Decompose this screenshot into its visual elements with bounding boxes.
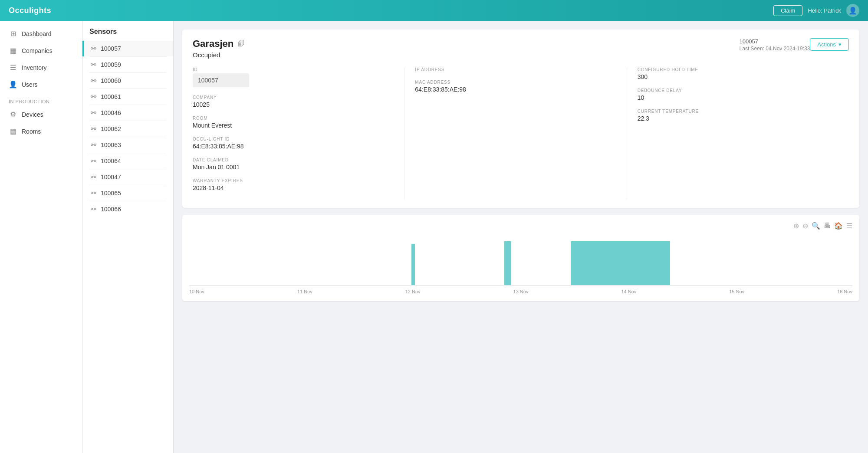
sensor-icon: ⚯ — [91, 157, 96, 165]
content-area: Garasjen 🗐 Occupied 100057 Last Seen: 04… — [174, 21, 868, 453]
sidebar: ⊞ Dashboard ▦ Companies ☰ Inventory 👤 Us… — [0, 21, 82, 453]
actions-button[interactable]: Actions ▾ — [810, 38, 849, 51]
field-date-claimed: DATE CLAIMED Mon Jan 01 0001 — [193, 158, 394, 171]
xaxis-label-0: 10 Nov — [189, 289, 204, 294]
sensor-label: 100061 — [101, 93, 121, 100]
sensor-icon: ⚯ — [91, 141, 96, 149]
mac-address-label: MAC ADDRESS — [415, 80, 616, 85]
app-logo: Occulights — [9, 6, 51, 15]
col-divider-1 — [404, 67, 404, 199]
mac-address-value: 64:E8:33:85:AE:98 — [415, 86, 616, 93]
room-label: ROOM — [193, 116, 394, 121]
info-col-3: CONFIGURED HOLD TIME 300 DEBOUNCE DELAY … — [638, 67, 849, 199]
device-title-block: Garasjen 🗐 Occupied — [193, 38, 727, 59]
zoom-in-icon[interactable]: ⊕ — [793, 222, 799, 230]
chart-area — [189, 233, 852, 286]
sensor-item-100060[interactable]: ⚯100060 — [82, 73, 173, 89]
col-divider-2 — [627, 67, 627, 199]
search-icon[interactable]: 🔍 — [812, 222, 820, 230]
debounce-delay-label: DEBOUNCE DELAY — [638, 88, 838, 93]
sidebar-item-users[interactable]: 👤 Users — [0, 76, 82, 93]
field-debounce-delay: DEBOUNCE DELAY 10 — [638, 88, 838, 101]
date-claimed-label: DATE CLAIMED — [193, 158, 394, 162]
zoom-out-icon[interactable]: ⊖ — [802, 222, 808, 230]
actions-chevron-icon: ▾ — [838, 41, 842, 48]
id-input[interactable] — [193, 73, 249, 87]
sensor-icon: ⚯ — [91, 93, 96, 101]
sensor-item-100047[interactable]: ⚯100047 — [82, 169, 173, 185]
sensor-label: 100064 — [101, 158, 121, 164]
sensor-label: 100060 — [101, 77, 121, 84]
last-seen-label: Last Seen: — [740, 46, 764, 52]
avatar[interactable]: 👤 — [846, 4, 859, 17]
actions-label: Actions — [817, 41, 836, 48]
main-layout: ⊞ Dashboard ▦ Companies ☰ Inventory 👤 Us… — [0, 21, 868, 453]
debounce-delay-value: 10 — [638, 94, 838, 101]
copy-icon[interactable]: 🗐 — [238, 40, 245, 48]
field-id: ID — [193, 67, 394, 87]
claim-button[interactable]: Claim — [773, 5, 802, 16]
sensor-item-100062[interactable]: ⚯100062 — [82, 121, 173, 137]
sidebar-item-rooms[interactable]: ▤ Rooms — [0, 123, 82, 140]
sensor-item-100065[interactable]: ⚯100065 — [82, 185, 173, 201]
sensor-icon: ⚯ — [91, 61, 96, 69]
sensor-label: 100047 — [101, 174, 121, 181]
sensor-item-100057[interactable]: ⚯100057 — [82, 41, 173, 56]
ip-address-label: IP ADDRESS — [415, 67, 616, 72]
sidebar-label-devices: Devices — [22, 111, 43, 118]
menu-icon[interactable]: ☰ — [846, 222, 852, 230]
device-lastseen: Last Seen: 04.Nov 2024-19:33 — [740, 46, 810, 52]
xaxis-label-2: 12 Nov — [405, 289, 421, 294]
sensor-item-100061[interactable]: ⚯100061 — [82, 89, 173, 105]
sidebar-label-users: Users — [22, 81, 38, 88]
avatar-icon: 👤 — [848, 7, 857, 15]
print-icon[interactable]: 🖶 — [824, 222, 831, 230]
home-icon[interactable]: 🏠 — [834, 222, 843, 230]
sensor-icon: ⚯ — [91, 109, 96, 117]
field-mac-address: MAC ADDRESS 64:E8:33:85:AE:98 — [415, 80, 616, 93]
device-name-text: Garasjen — [193, 38, 233, 49]
chart-bar-0 — [411, 244, 415, 285]
company-value: 10025 — [193, 101, 394, 108]
sensor-icon: ⚯ — [91, 205, 96, 213]
sensor-item-100046[interactable]: ⚯100046 — [82, 105, 173, 121]
sensor-item-100064[interactable]: ⚯100064 — [82, 153, 173, 169]
sensor-icon: ⚯ — [91, 45, 96, 53]
field-warranty-expires: WARRANTY EXPIRES 2028-11-04 — [193, 178, 394, 191]
field-configured-hold-time: CONFIGURED HOLD TIME 300 — [638, 67, 838, 80]
company-label: COMPANY — [193, 95, 394, 100]
xaxis-label-1: 11 Nov — [297, 289, 312, 294]
sensor-label: 100046 — [101, 109, 121, 116]
field-room: ROOM Mount Everest — [193, 116, 394, 129]
device-status: Occupied — [193, 51, 727, 59]
rooms-icon: ▤ — [9, 127, 17, 135]
sensor-item-100066[interactable]: ⚯100066 — [82, 201, 173, 217]
sidebar-item-dashboard[interactable]: ⊞ Dashboard — [0, 25, 82, 42]
chart-xaxis: 10 Nov11 Nov12 Nov13 Nov14 Nov15 Nov16 N… — [189, 286, 852, 294]
topnav: Occulights Claim Hello: Patrick 👤 — [0, 0, 868, 21]
info-col-2: IP ADDRESS MAC ADDRESS 64:E8:33:85:AE:98 — [415, 67, 626, 199]
room-value: Mount Everest — [193, 122, 394, 129]
field-occu-light-id: OCCU-LIGHT ID 64:E8:33:85:AE:98 — [193, 137, 394, 150]
sidebar-item-companies[interactable]: ▦ Companies — [0, 42, 82, 59]
sensor-item-100059[interactable]: ⚯100059 — [82, 57, 173, 72]
sensor-item-100063[interactable]: ⚯100063 — [82, 137, 173, 153]
xaxis-label-4: 14 Nov — [621, 289, 636, 294]
sidebar-label-dashboard: Dashboard — [22, 30, 52, 37]
device-meta: 100057 Last Seen: 04.Nov 2024-19:33 — [740, 38, 810, 52]
field-ip-address: IP ADDRESS — [415, 67, 616, 72]
xaxis-label-3: 13 Nov — [513, 289, 529, 294]
sidebar-label-rooms: Rooms — [22, 128, 41, 135]
sensor-icon: ⚯ — [91, 189, 96, 197]
sidebar-label-inventory: Inventory — [22, 64, 47, 71]
sidebar-item-devices[interactable]: ⚙ Devices — [0, 106, 82, 123]
sidebar-item-inventory[interactable]: ☰ Inventory — [0, 59, 82, 76]
sensor-panel-title: Sensors — [82, 28, 173, 41]
info-grid: ID COMPANY 10025 ROOM Mount Everest OCCU… — [193, 67, 849, 199]
warranty-expires-value: 2028-11-04 — [193, 184, 394, 191]
configured-hold-time-label: CONFIGURED HOLD TIME — [638, 67, 838, 72]
device-id-display: 100057 — [740, 38, 810, 45]
sensor-icon: ⚯ — [91, 77, 96, 85]
occu-light-id-label: OCCU-LIGHT ID — [193, 137, 394, 141]
inventory-icon: ☰ — [9, 63, 17, 72]
